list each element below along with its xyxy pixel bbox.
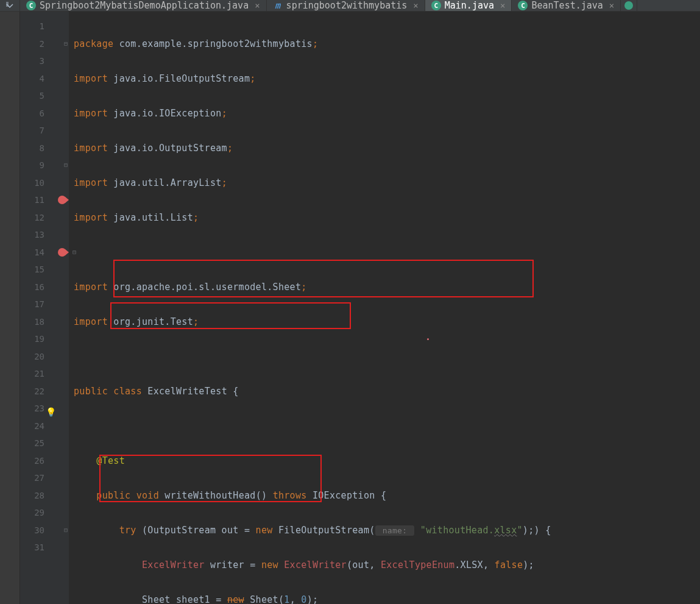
dropdown-icon[interactable] xyxy=(5,1,14,10)
tab-label: Springboot2MybatisDemoApplication.java xyxy=(40,0,249,11)
code-content[interactable]: package com.example.springboot2withmybat… xyxy=(69,12,700,604)
fold-icon[interactable]: ⊟ xyxy=(62,162,68,168)
tab-springboot-app[interactable]: C Springboot2MybatisDemoApplication.java… xyxy=(20,0,267,11)
breakpoint-icon[interactable] xyxy=(58,248,66,257)
close-icon[interactable]: × xyxy=(609,1,614,10)
fold-icon[interactable]: ⊟ xyxy=(62,41,68,47)
java-class-icon: C xyxy=(518,1,528,10)
fold-icon[interactable]: ⊟ xyxy=(62,527,68,533)
bulb-icon[interactable]: 💡 xyxy=(46,403,55,413)
maven-icon: m xyxy=(273,1,283,10)
editor-tabs: C Springboot2MybatisDemoApplication.java… xyxy=(0,0,700,12)
java-class-icon: C xyxy=(26,1,36,10)
tab-partial[interactable] xyxy=(621,0,637,11)
tab-beantest[interactable]: C BeanTest.java × xyxy=(512,0,621,11)
line-number-gutter: 1 2⊟ 3 4 5 6 7 8 9⊟ 10 11 12 13 14⊟ 15 1… xyxy=(20,12,69,604)
tab-label: BeanTest.java xyxy=(531,0,603,11)
tab-main[interactable]: C Main.java × xyxy=(425,0,512,11)
left-gutter-top xyxy=(0,0,20,11)
red-dot xyxy=(427,338,429,340)
close-icon[interactable]: × xyxy=(413,1,418,10)
breakpoint-icon[interactable] xyxy=(58,196,66,204)
close-icon[interactable]: × xyxy=(500,1,505,10)
svg-rect-0 xyxy=(6,2,9,7)
tab-label: Main.java xyxy=(445,0,494,11)
java-class-icon: C xyxy=(431,1,441,10)
left-tool-strip xyxy=(0,12,20,604)
code-editor[interactable]: 1 2⊟ 3 4 5 6 7 8 9⊟ 10 11 12 13 14⊟ 15 1… xyxy=(20,12,700,604)
close-icon[interactable]: × xyxy=(255,1,260,10)
java-class-icon xyxy=(624,1,633,10)
tab-label: springboot2withmybatis xyxy=(286,0,408,11)
tab-springboot-mybatis[interactable]: m springboot2withmybatis × xyxy=(267,0,425,11)
